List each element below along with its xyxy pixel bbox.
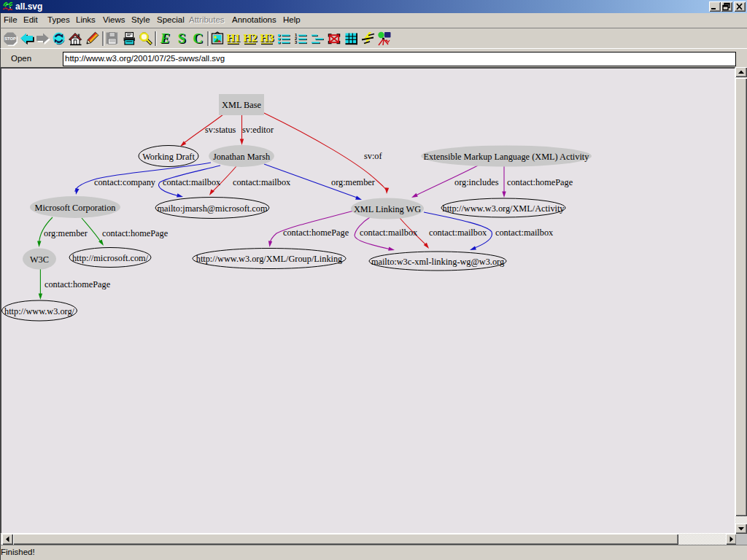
lightning-icon-glyph [360,31,376,47]
menu-special[interactable]: Special [157,15,185,24]
status-bar: Finished! [0,545,747,560]
minimize-button[interactable] [709,1,721,12]
node-label: http://www.w3.org/XML/Activity [442,203,565,214]
title-bar: all.svg [0,0,747,13]
edge-label: sv:of [364,151,382,161]
strong-icon-glyph: S S [174,31,190,47]
find-icon-glyph [137,31,153,47]
arrowhead-ms-member [37,241,42,247]
edge-label: contact:mailbox [495,228,553,238]
menu-links[interactable]: Links [76,15,96,24]
arrowhead-jm-mailbox-blue [177,193,184,198]
node-mailto-linking[interactable]: mailto:w3c-xml-linking-wg@w3.org [369,252,506,271]
node-xml-linking-wg[interactable]: XML Linking WG [351,198,424,219]
svg-text:H2: H2 [243,32,257,44]
arrowhead-org-member-jm [355,196,363,202]
arrowhead-w3c-homepage [39,294,42,300]
menu-help[interactable]: Help [283,15,301,24]
h2-icon[interactable]: H2 H2 [242,31,258,47]
print-icon-glyph [121,31,137,47]
node-label: W3C [30,254,49,265]
edge-label: org:includes [454,177,499,187]
close-button[interactable] [734,1,746,12]
emphasis-icon[interactable]: E E [157,31,173,47]
node-microsoft-com[interactable]: http://microsoft.com/ [69,248,151,268]
node-microsoft-corp[interactable]: Microsoft Corporation [30,196,120,218]
red-frame-x-icon-glyph [326,31,342,47]
scroll-down-button[interactable] [735,524,747,534]
stop-icon: STOP [2,31,18,47]
node-xml-base[interactable]: XML Base [219,94,264,115]
scroll-down-button-glyph [735,524,747,534]
h3-icon[interactable]: H3 H3 [259,31,275,47]
node-label: Extensible Markup Language (XML) Activit… [424,152,590,162]
menu-annotations[interactable]: Annotations [232,15,276,24]
find-icon[interactable] [137,31,153,47]
home-icon[interactable] [67,31,83,47]
emphasis-icon-glyph: E E [157,31,173,47]
numbered-list-icon[interactable]: 123 [293,31,309,47]
annotation-icon[interactable] [376,31,392,47]
bullet-list-icon[interactable] [276,31,292,47]
node-working-draft[interactable]: Working Draft [139,146,198,167]
vertical-scrollbar-thumb[interactable] [735,78,747,516]
node-mailto-jmarsh[interactable]: mailto:jmarsh@microsoft.com [155,198,269,219]
node-label: http://microsoft.com/ [72,253,149,263]
scroll-up-button[interactable] [735,67,747,77]
menu-style[interactable]: Style [131,15,150,24]
node-label: XML Linking WG [354,204,421,214]
strong-icon[interactable]: S S [174,31,190,47]
node-jonathan-marsh[interactable]: Jonathan Marsh [209,145,274,167]
code-icon[interactable]: C C [190,31,206,47]
h1-icon[interactable]: H1 H1 [225,31,241,47]
edge-label: contact:homePage [44,279,111,289]
scroll-left-button[interactable] [2,534,13,545]
forward-icon[interactable] [35,31,51,47]
definition-list-icon[interactable] [309,31,325,47]
node-w3c[interactable]: W3C [23,249,56,270]
table-icon[interactable] [343,31,359,47]
arrowhead-sv-editor [240,139,244,146]
amaya-app-icon [2,1,14,12]
menu-file[interactable]: File [4,15,18,24]
amaya-app-icon-glyph [2,1,14,12]
document-canvas[interactable]: XML BaseWorking DraftJonathan MarshExten… [0,67,735,534]
node-group-linking[interactable]: http://www.w3.org/XML/Group/Linking [193,249,346,269]
menu-edit[interactable]: Edit [23,15,38,24]
node-w3-xml-activity[interactable]: http://www.w3.org/XML/Activity [441,198,565,217]
svg-text:H3: H3 [260,32,274,44]
node-xml-activity[interactable]: Extensible Markup Language (XML) Activit… [421,146,592,167]
edge-label: contact:company [94,177,156,187]
toolbar-separator [207,31,209,46]
editor-pencil-icon-glyph [84,31,100,47]
edge-label: contact:homePage [102,228,169,238]
editor-pencil-icon[interactable] [84,31,100,47]
edge-label: contact:homePage [507,177,573,187]
image-icon[interactable] [209,31,225,47]
url-input[interactable] [63,52,736,66]
reload-icon[interactable] [51,31,67,47]
edge-label: org:member [44,228,88,238]
lightning-icon[interactable] [360,31,376,47]
node-w3-org[interactable]: http://www.w3.org/ [2,300,77,321]
status-text: Finished! [1,548,35,556]
menu-views[interactable]: Views [103,15,125,24]
image-icon-glyph [209,31,225,47]
close-button-glyph [734,1,746,12]
back-icon[interactable] [18,31,34,47]
svg-text:STOP: STOP [4,36,16,41]
scrollbar-corner [736,534,747,545]
scroll-right-button[interactable] [726,534,737,545]
edge-label: contact:mailbox [233,177,290,187]
maximize-button[interactable] [721,1,732,12]
arrowhead-wg-mailbox-blue [469,246,476,252]
save-icon [104,31,120,47]
reload-icon-glyph [51,31,67,47]
horizontal-scrollbar-thumb[interactable] [13,534,678,545]
bullet-list-icon-glyph [276,31,292,47]
red-frame-x-icon[interactable] [326,31,342,47]
menu-types[interactable]: Types [47,15,70,24]
home-icon-glyph [67,31,83,47]
minimize-button-glyph [709,1,721,12]
print-icon[interactable] [121,31,137,47]
